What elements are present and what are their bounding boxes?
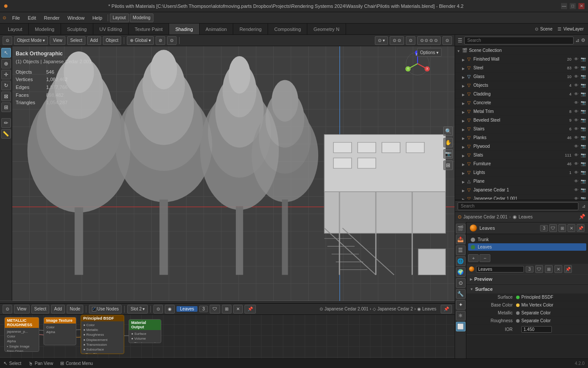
steel-render[interactable]: 📷 (580, 65, 586, 70)
object-button[interactable]: Object (103, 36, 122, 45)
cedar1001-render[interactable]: 📷 (580, 196, 586, 200)
metallic-dot[interactable] (516, 311, 520, 315)
furniture-render[interactable]: 📷 (580, 161, 586, 166)
lights-vis[interactable]: 👁 (573, 170, 579, 175)
node-principled[interactable]: Principled BSDF ● Color ● Metallic ● Rou… (81, 315, 124, 354)
use-nodes-checkbox[interactable]: Use Nodes (89, 305, 122, 313)
concrete-vis[interactable]: 👁 (573, 100, 579, 105)
zoom-in-icon[interactable]: 🔍 (443, 126, 453, 136)
cedar1-vis[interactable]: 👁 (573, 187, 579, 192)
particles-props-icon[interactable]: ✦ (456, 300, 466, 310)
menu-help[interactable]: Help (89, 14, 106, 21)
mat-copy-small[interactable]: ⊞ (545, 265, 553, 273)
snap-button[interactable]: ⊘ (156, 36, 165, 45)
scale-tool-icon[interactable]: ⊠ (1, 92, 11, 101)
output-props-icon[interactable]: 📤 (456, 235, 466, 244)
proportional-edit[interactable]: ⊙ (167, 36, 177, 45)
plywood-render[interactable]: 📷 (580, 144, 586, 149)
roughness-dot[interactable] (516, 319, 520, 323)
mat-pin-small[interactable]: 📌 (564, 265, 572, 273)
render-props-icon[interactable]: 🎬 (456, 224, 466, 233)
outliner-row-slats[interactable]: ▽ Slats 111 👁 📷 (455, 151, 588, 160)
node-close-icon[interactable]: ✕ (233, 305, 243, 313)
node-leaves-label[interactable]: Leaves (177, 306, 197, 312)
ior-input[interactable] (521, 326, 552, 333)
outliner-search[interactable] (464, 37, 574, 44)
stairs-render[interactable]: 📷 (580, 126, 586, 131)
outliner-row-japanese-cedar-1[interactable]: ▽ Japanese Cedar 1 👁 📷 (455, 186, 588, 194)
outliner-filter-icon[interactable]: ⊿ (575, 37, 579, 43)
modifier-props-icon[interactable]: 🔧 (456, 289, 466, 299)
metal-trim-render[interactable]: 📷 (580, 109, 586, 114)
outliner-row-stairs[interactable]: ▽ Stairs 6 👁 📷 (455, 125, 588, 133)
menu-window[interactable]: Window (64, 14, 88, 21)
cladding-render[interactable]: 📷 (580, 92, 586, 96)
planks-render[interactable]: 📷 (580, 135, 586, 140)
outliner-settings-icon[interactable]: ⚙ (581, 37, 585, 43)
material-props-icon[interactable]: ⬜ (456, 322, 466, 331)
outliner-row-cladding[interactable]: ▽ Cladding 4 👁 📷 (455, 90, 588, 99)
mat-count-small[interactable]: 3 (526, 266, 534, 273)
node-add-button[interactable]: Add (51, 305, 65, 313)
slats-vis[interactable]: 👁 (573, 153, 579, 157)
menu-file[interactable]: File (9, 14, 24, 21)
outliner-row-metal-trim[interactable]: ▽ Metal Trim 8 👁 📷 (455, 107, 588, 116)
outliner-scene-collection[interactable]: 🎬 Scene Collection (455, 46, 588, 55)
view-pivot[interactable]: ⊙ ▾ (375, 36, 388, 45)
cedar1-render[interactable]: 📷 (580, 187, 586, 192)
beveled-render[interactable]: 📷 (580, 118, 586, 123)
metal-trim-vis[interactable]: 👁 (573, 109, 579, 114)
global-transform[interactable]: ⊕ Global ▾ (127, 36, 153, 45)
cladding-vis[interactable]: 👁 (573, 92, 579, 96)
node-image-texture[interactable]: Image Texture Color Alpha (44, 317, 76, 345)
planks-vis[interactable]: 👁 (573, 135, 579, 140)
camera-icon[interactable]: 📷 (443, 149, 453, 159)
bc-pin-icon[interactable]: 📌 (579, 214, 585, 220)
tab-layout[interactable]: Layout (2, 24, 29, 34)
tab-animation[interactable]: Animation (200, 24, 234, 34)
plywood-vis[interactable]: 👁 (573, 144, 579, 149)
outliner-row-concrete[interactable]: ▽ Concrete 👁 📷 (455, 99, 588, 107)
steel-vis[interactable]: 👁 (573, 65, 579, 70)
node-output[interactable]: Material Output ● Surface ● Volume ● Dis… (129, 319, 161, 343)
props-search[interactable] (458, 202, 578, 210)
node-texture[interactable]: METALLIC ROUGHNESS japanese_p... Color A… (4, 317, 39, 352)
node-shield-icon[interactable]: 🛡 (210, 305, 220, 313)
objects-render[interactable]: 📷 (580, 83, 586, 88)
node-node-button[interactable]: Node (67, 305, 83, 313)
tab-geometry-nodes[interactable]: Geometry N (307, 24, 346, 34)
surface-header[interactable]: ▼ Surface (466, 285, 588, 293)
material-copy-btn[interactable]: ⊞ (558, 224, 566, 232)
add-slot-btn[interactable]: + (468, 254, 479, 262)
tab-modeling[interactable]: Modeling (29, 24, 61, 34)
outliner-row-objects[interactable]: ▽ Objects 4 👁 📷 (455, 81, 588, 90)
node-editor-type-icon[interactable]: ⊙ (3, 305, 12, 313)
material-slot-trunk[interactable]: Trunk (468, 236, 586, 243)
gizmo-overlay[interactable]: ⊙ (442, 36, 452, 45)
outliner-row-finished-wall[interactable]: ▽ Finished Wall 20 👁 📷 (455, 55, 588, 64)
props-filter-icon[interactable]: ⊿ (582, 204, 585, 208)
concrete-render[interactable]: 📷 (580, 100, 586, 105)
view-button[interactable]: View (50, 36, 65, 45)
objects-vis[interactable]: 👁 (573, 83, 579, 88)
slot-dropdown[interactable]: Slot 2 ▾ (127, 305, 148, 313)
slats-render[interactable]: 📷 (580, 153, 586, 157)
outliner-row-plane[interactable]: △ Plane 👁 📷 (455, 177, 588, 186)
measure-icon[interactable]: 📏 (1, 129, 11, 139)
menu-edit[interactable]: Edit (24, 14, 40, 21)
cedar1001-vis[interactable]: 👁 (573, 196, 579, 200)
glass-render[interactable]: 📷 (580, 74, 586, 79)
view-layer-props-icon[interactable]: ☰ (456, 245, 466, 255)
plane-vis[interactable]: 👁 (573, 179, 579, 184)
scene-props-icon[interactable]: 🌐 (456, 256, 466, 266)
layout-tab-menu[interactable]: Layout (110, 14, 129, 22)
tab-compositing[interactable]: Compositing (268, 24, 307, 34)
material-delete-btn[interactable]: ✕ (568, 224, 575, 232)
material-count-badge[interactable]: 3 (540, 225, 548, 232)
material-slot-leaves[interactable]: Leaves (468, 243, 586, 251)
material-shield-btn[interactable]: 🛡 (549, 224, 557, 232)
vis-icon[interactable]: 👁 (573, 57, 579, 61)
base-color-dot[interactable] (516, 303, 520, 307)
node-copy-icon[interactable]: ⊞ (222, 305, 231, 313)
physics-props-icon[interactable]: ⚛ (456, 311, 466, 320)
